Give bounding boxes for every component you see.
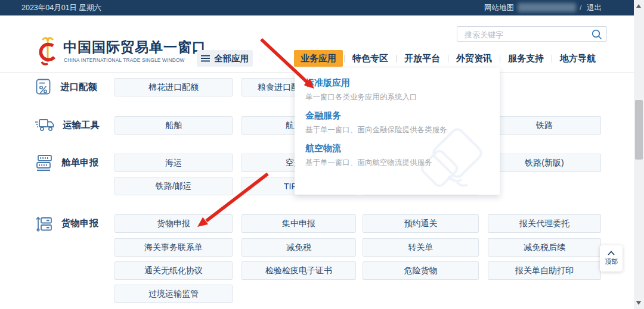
grid-button[interactable]: 船舶 (114, 116, 233, 135)
truck-icon (35, 117, 55, 133)
nav-divider (396, 55, 397, 63)
dropdown-item-financial-services[interactable]: 金融服务 基于单一窗口、面向金融保险提供各类服务 (305, 110, 500, 135)
sitemap-link[interactable]: 网站地图 (484, 0, 514, 15)
grid-button[interactable]: 报关代理委托 (488, 214, 601, 233)
grid-button[interactable]: 报关单自助打印 (488, 261, 601, 280)
scrollbar-up-arrow[interactable] (636, 4, 641, 8)
manifest-stack-icon (35, 153, 54, 172)
topbar-separator: / (580, 0, 581, 15)
nav-divider (344, 55, 345, 63)
site-logo-caduceus-icon (33, 35, 61, 69)
dropdown-item-air-logistics[interactable]: 航空物流 基于单一窗口、面向航空物流提供服务 (305, 143, 500, 167)
grid-button[interactable]: 危险货物 (363, 261, 479, 280)
nav-tab-trade-news[interactable]: 外贸资讯 (450, 50, 499, 67)
dropdown-item-title[interactable]: 航空物流 (305, 143, 500, 154)
grid-button[interactable]: 铁路/邮运 (114, 177, 233, 195)
site-title: 中国国际贸易单一窗口 (63, 38, 206, 57)
grid-button[interactable]: 铁路 (488, 116, 601, 135)
dropdown-item-title[interactable]: 金融服务 (305, 110, 500, 121)
grid-button[interactable]: 预约通关 (363, 214, 479, 233)
category-label: 进口配额 (60, 81, 97, 93)
grid-button[interactable]: 货物申报 (114, 214, 233, 233)
topbar: 2023年04月01日 星期六 网站地图 / 退出 (0, 0, 634, 15)
business-apps-dropdown-panel: 标准版应用 单一窗口各类业务应用的系统入口 金融服务 基于单一窗口、面向金融保险… (295, 68, 500, 195)
nav-tab-business-apps[interactable]: 业务应用 (294, 50, 343, 67)
dropdown-item-desc: 基于单一窗口、面向金融保险提供各类服务 (305, 125, 500, 135)
dropdown-item-desc: 单一窗口各类业务应用的系统入口 (305, 92, 500, 102)
grid-button[interactable]: 过境运输监管 (114, 285, 233, 303)
date-text: 2023年04月01日 星期六 (21, 0, 101, 15)
category-label: 舱单申报 (61, 157, 98, 169)
back-to-top-button[interactable]: 顶部 (600, 245, 623, 271)
category-label: 货物申报 (61, 217, 98, 230)
grid-button[interactable]: 转关单 (363, 238, 479, 257)
logout-link[interactable]: 退出 (587, 0, 602, 15)
nav-divider (448, 55, 448, 63)
category-transport-vehicles: 运输工具 (35, 116, 100, 135)
category-cargo-declaration: 货物申报 (35, 214, 98, 233)
grid-button[interactable]: 海运 (114, 154, 233, 172)
nav-tab-service-support[interactable]: 服务支持 (501, 50, 550, 67)
grid-button[interactable]: 集中申报 (242, 214, 356, 233)
grid-button[interactable]: 通关无纸化协议 (114, 261, 233, 280)
hamburger-icon (201, 55, 210, 62)
search-box (457, 26, 607, 42)
category-import-quota: 进口配额 (35, 77, 97, 96)
nav-tab-featured-zone[interactable]: 特色专区 (346, 50, 395, 67)
nav-tab-open-platform[interactable]: 开放平台 (398, 50, 447, 67)
main-nav: 业务应用 特色专区 开放平台 外贸资讯 服务支持 地方导航 (294, 50, 602, 67)
grid-button[interactable]: 铁路(新版) (488, 154, 601, 172)
search-input[interactable] (463, 27, 588, 42)
nav-tab-local-navigation[interactable]: 地方导航 (553, 50, 602, 67)
all-apps-label: 全部应用 (214, 53, 249, 64)
grid-button[interactable]: 棉花进口配额 (114, 78, 233, 96)
search-icon[interactable] (592, 29, 602, 40)
grid-button[interactable]: 检验检疫电子证书 (242, 261, 356, 280)
grid-button[interactable]: 减免税后续 (488, 238, 601, 257)
dropdown-item-title[interactable]: 标准版应用 (305, 77, 500, 88)
category-label: 运输工具 (63, 119, 100, 132)
scrollbar-thumb[interactable] (635, 100, 643, 160)
nav-divider (500, 55, 500, 63)
back-to-top-label: 顶部 (605, 257, 618, 266)
scrollbar[interactable] (634, 0, 644, 309)
nav-divider (552, 55, 552, 63)
dropdown-item-standard-apps[interactable]: 标准版应用 单一窗口各类业务应用的系统入口 (305, 77, 500, 102)
all-apps-button[interactable]: 全部应用 (197, 50, 253, 67)
quota-document-icon (35, 77, 52, 96)
chevron-up-icon (607, 251, 615, 255)
scrollbar-down-arrow[interactable] (636, 301, 641, 305)
dropdown-item-desc: 基于单一窗口、面向航空物流提供服务 (305, 158, 500, 167)
site-subtitle: CHINA INTERNATIONAL TRADE SINGLE WINDOW (64, 57, 185, 63)
category-manifest-declaration: 舱单申报 (35, 153, 98, 172)
user-name-blurred (518, 3, 576, 12)
grid-button[interactable]: 海关事务联系单 (114, 238, 233, 257)
grid-button[interactable]: 减免税 (242, 238, 356, 257)
cargo-boxes-icon (35, 213, 54, 233)
